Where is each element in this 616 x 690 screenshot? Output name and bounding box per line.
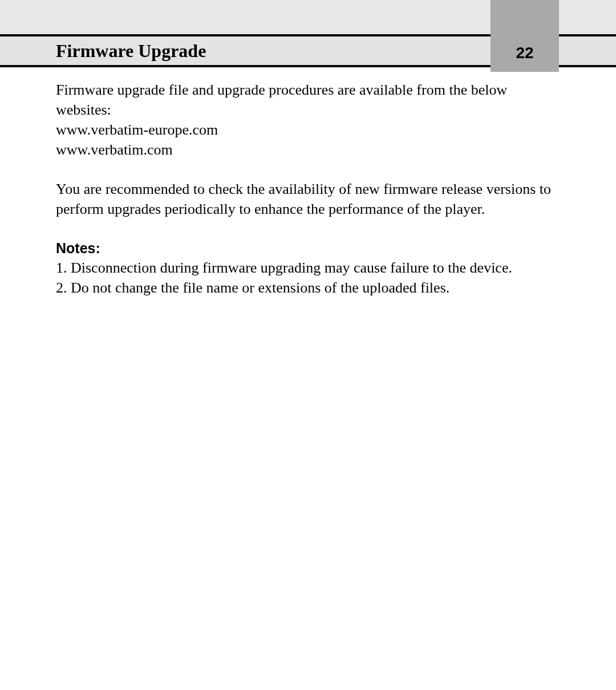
top-margin-bar [0, 0, 616, 34]
recommend-text: You are recommended to check the availab… [56, 179, 560, 219]
website-2: www.verbatim.com [56, 140, 560, 160]
page-number: 22 [516, 44, 533, 62]
page-title: Firmware Upgrade [0, 40, 206, 62]
website-1: www.verbatim-europe.com [56, 120, 560, 140]
note-2: 2. Do not change the file name or extens… [56, 278, 560, 298]
section-header: Firmware Upgrade 22 [0, 34, 616, 67]
page-number-box: 22 [491, 34, 559, 72]
intro-text: Firmware upgrade file and upgrade proced… [56, 80, 560, 120]
note-1: 1. Disconnection during firmware upgradi… [56, 258, 560, 278]
notes-heading: Notes: [56, 239, 560, 258]
top-tab-block [491, 0, 559, 34]
page-content: Firmware upgrade file and upgrade proced… [0, 67, 616, 298]
